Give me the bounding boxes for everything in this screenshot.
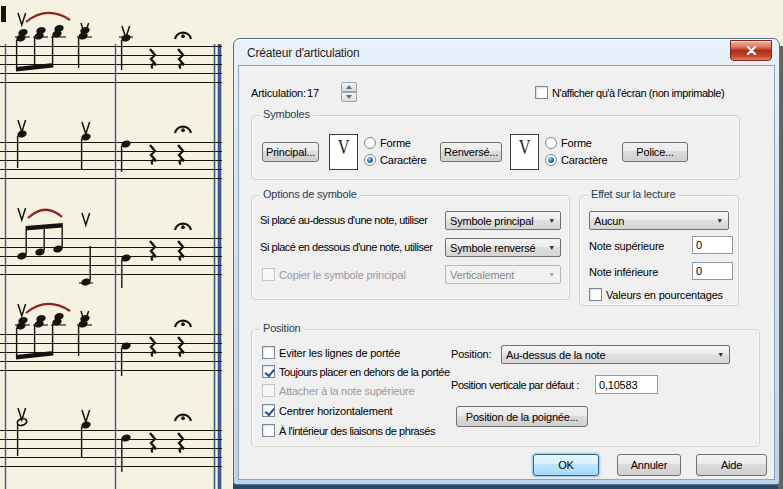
bottom-note-label: Note inférieure bbox=[589, 266, 658, 278]
playback-effect-group-label: Effet sur la lecture bbox=[588, 188, 678, 200]
reverse-forme-radio[interactable] bbox=[545, 137, 557, 149]
outside-staff-label: Toujours placer en dehors de la portée bbox=[279, 366, 450, 378]
center-horizontal-label: Centrer horizontalement bbox=[279, 405, 392, 417]
copy-main-symbol-label: Copier le symbole principal bbox=[279, 269, 406, 281]
below-note-symbol-value: Symbole renversé bbox=[446, 242, 546, 254]
position-select[interactable]: Au-dessus de la note ▼ bbox=[501, 345, 730, 364]
percent-values-checkbox[interactable] bbox=[589, 288, 602, 301]
below-note-label: Si placé en dessous d'une note, utiliser bbox=[260, 241, 432, 253]
outside-staff-checkbox[interactable] bbox=[262, 365, 275, 378]
chevron-down-icon: ▼ bbox=[546, 244, 560, 251]
symbols-group-label: Symboles bbox=[260, 108, 313, 120]
chevron-down-icon: ▼ bbox=[714, 217, 728, 224]
avoid-staff-lines-label: Eviter les lignes de portée bbox=[279, 347, 400, 359]
main-symbol-preview[interactable]: V bbox=[329, 134, 358, 170]
reverse-caractere-radio[interactable] bbox=[545, 154, 557, 166]
police-button[interactable]: Police... bbox=[622, 142, 688, 162]
screen: Créateur d'articulation Articulation: 17… bbox=[0, 0, 783, 489]
main-forme-label: Forme bbox=[380, 137, 411, 149]
reverse-symbol-glyph: V bbox=[519, 135, 531, 159]
reverse-forme-label: Forme bbox=[561, 137, 592, 149]
main-caractere-radio[interactable] bbox=[364, 154, 376, 166]
chevron-down-icon: ▼ bbox=[546, 217, 560, 224]
cancel-button[interactable]: Annuler bbox=[617, 454, 681, 476]
articulation-label: Articulation: bbox=[251, 87, 306, 99]
main-symbol-glyph: V bbox=[338, 135, 350, 159]
principal-button[interactable]: Principal... bbox=[262, 142, 319, 162]
main-forme-radio[interactable] bbox=[364, 137, 376, 149]
dialog-title: Créateur d'articulation bbox=[247, 46, 359, 60]
playback-effect-group: Effet sur la lecture Aucun ▼ Note supéri… bbox=[579, 195, 739, 306]
close-icon bbox=[747, 46, 756, 55]
position-value: Au-dessus de la note bbox=[502, 349, 715, 361]
articulation-stepper bbox=[341, 82, 357, 102]
help-button[interactable]: Aide bbox=[696, 454, 767, 476]
arrow-up-icon bbox=[346, 85, 352, 89]
reverse-caractere-label: Caractère bbox=[561, 154, 608, 166]
copy-main-symbol-checkbox bbox=[262, 268, 275, 281]
inside-slurs-checkbox[interactable] bbox=[262, 424, 275, 437]
screen-only-label: N'afficher qu'à l'écran (non imprimable) bbox=[552, 87, 724, 99]
percent-values-label: Valeurs en pourcentages bbox=[606, 289, 723, 301]
top-note-label: Note supérieure bbox=[589, 240, 664, 252]
above-note-symbol-select[interactable]: Symbole principal ▼ bbox=[445, 211, 561, 230]
symbol-options-group-label: Options de symbole bbox=[260, 188, 360, 200]
copy-mode-value: Verticalement bbox=[446, 269, 546, 281]
renverse-button[interactable]: Renversé... bbox=[440, 142, 502, 162]
bottom-note-input[interactable] bbox=[692, 262, 733, 280]
top-note-input[interactable] bbox=[692, 236, 733, 254]
below-note-symbol-select[interactable]: Symbole renversé ▼ bbox=[445, 238, 561, 257]
handle-position-button[interactable]: Position de la poignée... bbox=[456, 406, 588, 427]
main-caractere-label: Caractère bbox=[380, 154, 427, 166]
position-label: Position: bbox=[451, 348, 491, 360]
position-group-label: Position bbox=[260, 322, 304, 334]
default-vertical-label: Position verticale par défaut : bbox=[451, 379, 579, 391]
attach-top-note-checkbox bbox=[262, 384, 275, 397]
chevron-down-icon: ▼ bbox=[546, 271, 560, 278]
ok-button[interactable]: OK bbox=[533, 454, 599, 476]
above-note-symbol-value: Symbole principal bbox=[446, 215, 546, 227]
default-vertical-input[interactable] bbox=[595, 375, 658, 394]
articulation-value: 17 bbox=[307, 87, 319, 99]
symbol-options-group: Options de symbole Si placé au-dessus d'… bbox=[251, 195, 570, 300]
inside-slurs-label: À l'intérieur des liaisons de phrasés bbox=[279, 425, 435, 437]
symbols-group: Symboles Principal... V Forme Caractère … bbox=[251, 115, 740, 180]
chevron-down-icon: ▼ bbox=[715, 351, 729, 358]
center-horizontal-checkbox[interactable] bbox=[262, 404, 275, 417]
arrow-down-icon bbox=[346, 95, 352, 99]
position-group: Position Eviter les lignes de portée Tou… bbox=[251, 329, 760, 447]
playback-effect-select[interactable]: Aucun ▼ bbox=[589, 211, 729, 230]
close-button[interactable] bbox=[730, 40, 772, 61]
screen-only-checkbox[interactable] bbox=[535, 86, 548, 99]
playback-effect-value: Aucun bbox=[590, 215, 714, 227]
above-note-label: Si placé au-dessus d'une note, utiliser bbox=[260, 214, 427, 226]
clipped-glyph bbox=[1, 6, 6, 22]
copy-mode-select: Verticalement ▼ bbox=[445, 265, 561, 284]
stepper-up-button[interactable] bbox=[341, 82, 357, 92]
stepper-down-button[interactable] bbox=[341, 92, 357, 102]
articulation-designer-dialog: Créateur d'articulation Articulation: 17… bbox=[233, 38, 780, 485]
attach-top-note-label: Attacher à la note supérieure bbox=[279, 385, 414, 397]
dialog-client-area: Articulation: 17 N'afficher qu'à l'écran… bbox=[238, 65, 775, 480]
reverse-symbol-preview[interactable]: V bbox=[510, 134, 539, 170]
dialog-titlebar[interactable]: Créateur d'articulation bbox=[234, 39, 779, 65]
avoid-staff-lines-checkbox[interactable] bbox=[262, 346, 275, 359]
